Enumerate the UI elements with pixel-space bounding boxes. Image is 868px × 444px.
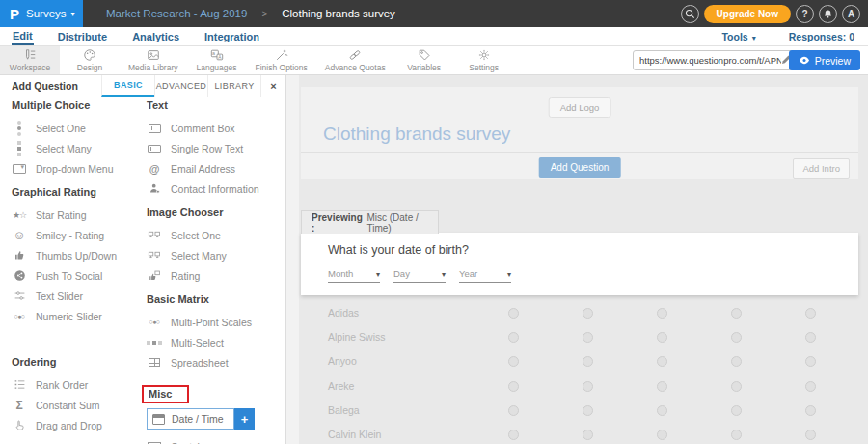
tab-finish-options[interactable]: Finish Options xyxy=(247,46,316,74)
matrix-radio[interactable] xyxy=(583,381,593,392)
tab-workspace[interactable]: Workspace xyxy=(0,46,60,74)
matrix-radio[interactable] xyxy=(583,356,593,367)
matrix-radio[interactable] xyxy=(508,332,519,343)
matrix-radio[interactable] xyxy=(508,430,519,440)
avatar[interactable]: A xyxy=(842,5,860,23)
month-select[interactable]: Month▾ xyxy=(328,268,380,283)
preview-button[interactable]: Preview xyxy=(789,50,860,70)
matrix-radio[interactable] xyxy=(731,332,742,343)
help-button[interactable]: ? xyxy=(796,5,814,23)
qtype-comment-box[interactable]: Comment Box xyxy=(147,118,280,138)
qtype-dropdown-menu[interactable]: Drop-down Menu xyxy=(12,158,145,179)
survey-url-field[interactable] xyxy=(633,50,799,70)
day-select[interactable]: Day▾ xyxy=(393,268,446,283)
matrix-radio[interactable] xyxy=(805,308,816,319)
qtype-select-one[interactable]: Select One xyxy=(12,118,145,138)
matrix-radio[interactable] xyxy=(805,332,816,343)
matrix-radio[interactable] xyxy=(583,405,593,416)
survey-url-input[interactable] xyxy=(639,55,781,66)
qtype-rank-order[interactable]: Rank Order xyxy=(12,375,145,395)
menu-edit[interactable]: Edit xyxy=(12,28,34,45)
matrix-radio[interactable] xyxy=(583,430,593,440)
matrix-radio[interactable] xyxy=(583,308,593,319)
matrix-radio[interactable] xyxy=(508,356,519,367)
tab-advance-quotas[interactable]: Advance Quotas xyxy=(316,46,394,74)
matrix-radio[interactable] xyxy=(508,308,519,319)
survey-title[interactable]: Clothing brands survey xyxy=(323,124,510,145)
matrix-radio[interactable] xyxy=(657,381,667,392)
smiley-icon xyxy=(12,228,27,242)
qtype-multi-point-scales[interactable]: Multi-Point Scales xyxy=(147,312,280,332)
matrix-radio[interactable] xyxy=(805,405,816,416)
qtype-email-address[interactable]: Email Address xyxy=(147,158,280,179)
qtype-image-rating[interactable]: Rating xyxy=(147,265,280,286)
matrix-radio[interactable] xyxy=(805,381,816,392)
tab-library[interactable]: LIBRARY xyxy=(207,75,260,97)
tab-design[interactable]: Design xyxy=(60,46,120,74)
year-select[interactable]: Year▾ xyxy=(459,268,511,283)
search-icon[interactable] xyxy=(681,5,699,23)
qtype-image-select-one[interactable]: Select One xyxy=(147,225,280,245)
tab-media-library[interactable]: Media Library xyxy=(120,46,187,74)
questionpro-survey-builder: P Surveys Market Research - Aug 2019 > C… xyxy=(0,0,868,444)
matrix-radio[interactable] xyxy=(583,332,593,343)
menu-distribute[interactable]: Distribute xyxy=(57,29,108,44)
qtype-thumbs-updown[interactable]: Thumbs Up/Down xyxy=(12,245,145,265)
tab-basic[interactable]: BASIC xyxy=(101,75,154,97)
tab-advanced[interactable]: ADVANCED xyxy=(154,75,207,97)
tab-settings[interactable]: Settings xyxy=(454,46,514,74)
matrix-radio[interactable] xyxy=(657,405,667,416)
matrix-radio[interactable] xyxy=(805,356,816,367)
upgrade-now-button[interactable]: Upgrade Now xyxy=(704,5,791,23)
qtype-push-to-social[interactable]: Push To Social xyxy=(12,265,145,286)
qtype-captcha[interactable]: Captcha xyxy=(147,436,280,444)
qtype-drag-and-drop[interactable]: Drag and Drop xyxy=(12,415,145,435)
matrix-radio[interactable] xyxy=(805,430,816,440)
add-intro-button[interactable]: Add Intro xyxy=(793,158,850,179)
matrix-radio[interactable] xyxy=(508,381,519,392)
image-thumb-icon xyxy=(147,269,162,282)
matrix-radio[interactable] xyxy=(657,332,667,343)
qtype-image-select-many[interactable]: Select Many xyxy=(147,245,280,265)
matrix-radio[interactable] xyxy=(731,381,742,392)
image-pair-icon xyxy=(147,249,162,262)
multi-select-icon xyxy=(147,341,162,345)
qtype-star-rating[interactable]: Star Rating xyxy=(12,205,145,225)
qtype-text-slider[interactable]: Text Slider xyxy=(12,286,145,306)
checkbox-stack-icon xyxy=(12,147,27,151)
qtype-date-time[interactable]: Date / Time + xyxy=(147,408,255,430)
qtype-contact-information[interactable]: Contact Information xyxy=(147,179,280,199)
matrix-radio[interactable] xyxy=(657,430,667,440)
responses-count[interactable]: Responses: 0 xyxy=(789,31,854,42)
menu-integration[interactable]: Integration xyxy=(203,29,260,44)
qtype-select-many[interactable]: Select Many xyxy=(12,138,145,158)
qtype-smiley-rating[interactable]: Smiley - Rating xyxy=(12,225,145,245)
qtype-multi-select[interactable]: Multi-Select xyxy=(147,332,280,352)
matrix-radio[interactable] xyxy=(657,356,667,367)
matrix-radio[interactable] xyxy=(731,308,742,319)
close-icon[interactable]: × xyxy=(260,75,285,97)
qtype-single-row-text[interactable]: Single Row Text xyxy=(147,138,280,158)
surveys-menu[interactable]: Surveys xyxy=(26,8,75,19)
matrix-radio[interactable] xyxy=(731,405,742,416)
notifications-bell-icon[interactable] xyxy=(819,5,837,23)
group-multiple-choice: Multiple Choice Select One Select Many D… xyxy=(12,99,145,179)
matrix-radio[interactable] xyxy=(508,405,519,416)
qtype-spreadsheet[interactable]: Spreadsheet xyxy=(147,352,280,373)
menu-analytics[interactable]: Analytics xyxy=(131,29,180,44)
add-date-time-button[interactable]: + xyxy=(234,408,255,430)
add-question-button[interactable]: Add Question xyxy=(539,157,621,178)
qtype-numeric-slider[interactable]: Numeric Slider xyxy=(12,306,145,326)
matrix-radio[interactable] xyxy=(731,430,742,440)
add-logo-button[interactable]: Add Logo xyxy=(549,97,611,118)
product-switcher[interactable]: P Surveys xyxy=(0,0,83,27)
tab-label: Variables xyxy=(407,63,441,72)
tab-variables[interactable]: Variables xyxy=(394,46,454,74)
panel-scroll-gutter[interactable] xyxy=(286,75,299,444)
qtype-constant-sum[interactable]: Constant Sum xyxy=(12,395,145,415)
tools-dropdown[interactable]: Tools xyxy=(721,31,755,42)
matrix-radio[interactable] xyxy=(731,356,742,367)
matrix-radio[interactable] xyxy=(657,308,667,319)
tab-languages[interactable]: aA Languages xyxy=(187,46,247,74)
breadcrumb-folder[interactable]: Market Research - Aug 2019 xyxy=(106,8,247,19)
